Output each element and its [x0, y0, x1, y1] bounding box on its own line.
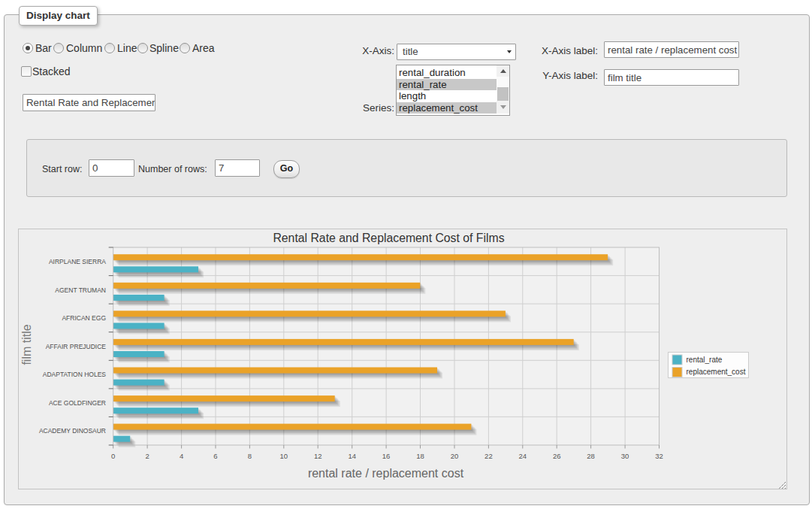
svg-text:ACADEMY DINOSAUR: ACADEMY DINOSAUR [39, 427, 106, 435]
svg-text:16: 16 [382, 452, 391, 460]
svg-text:ADAPTATION HOLES: ADAPTATION HOLES [43, 371, 107, 378]
svg-text:14: 14 [348, 452, 356, 460]
svg-text:10: 10 [280, 452, 288, 460]
svg-text:28: 28 [587, 452, 595, 460]
svg-text:12: 12 [314, 452, 322, 460]
svg-text:26: 26 [553, 452, 561, 460]
svg-text:rental_rate: rental_rate [687, 356, 723, 364]
svg-text:AGENT TRUMAN: AGENT TRUMAN [55, 286, 106, 294]
svg-text:4: 4 [180, 452, 183, 460]
svg-text:2: 2 [145, 452, 149, 460]
svg-text:rental rate / replacement cost: rental rate / replacement cost [308, 467, 464, 480]
svg-text:24: 24 [519, 452, 527, 460]
svg-text:ACE GOLDFINGER: ACE GOLDFINGER [49, 399, 106, 407]
svg-text:6: 6 [213, 452, 217, 460]
svg-text:32: 32 [655, 452, 663, 460]
svg-text:Rental Rate and Replacement Co: Rental Rate and Replacement Cost of Film… [273, 232, 504, 244]
svg-text:replacement_cost: replacement_cost [687, 368, 746, 376]
svg-text:20: 20 [451, 452, 459, 460]
svg-text:30: 30 [621, 452, 629, 460]
svg-text:AFFAIR PREJUDICE: AFFAIR PREJUDICE [46, 343, 107, 350]
svg-text:0: 0 [111, 452, 115, 460]
svg-text:AIRPLANE SIERRA: AIRPLANE SIERRA [49, 258, 106, 265]
svg-text:AFRICAN EGG: AFRICAN EGG [62, 314, 106, 322]
svg-text:film title: film title [20, 324, 33, 365]
svg-text:8: 8 [248, 452, 252, 460]
svg-text:22: 22 [484, 452, 493, 460]
svg-text:18: 18 [416, 452, 424, 460]
